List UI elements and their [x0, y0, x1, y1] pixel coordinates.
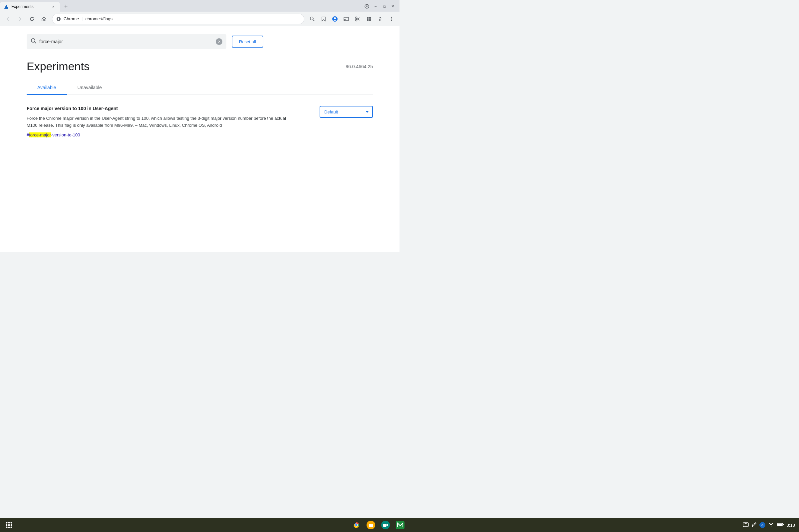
- flag-link-suffix: -version-to-100: [51, 132, 80, 137]
- reset-all-button[interactable]: Reset all: [232, 36, 263, 48]
- flag-dropdown[interactable]: Default Enabled Disabled: [320, 106, 373, 118]
- address-bar[interactable]: Chrome | chrome://flags: [52, 14, 304, 24]
- new-tab-button[interactable]: +: [61, 2, 71, 11]
- minimize-button[interactable]: −: [372, 2, 379, 10]
- search-toolbar-button[interactable]: [307, 14, 318, 24]
- tab-unavailable[interactable]: Unavailable: [67, 81, 113, 95]
- svg-rect-16: [369, 17, 371, 19]
- tab-close-button[interactable]: ×: [51, 4, 56, 9]
- flag-name: Force major version to 100 in User-Agent: [26, 106, 309, 111]
- toolbar-actions: [307, 14, 397, 24]
- forward-button[interactable]: [15, 14, 25, 24]
- tab-available[interactable]: Available: [26, 81, 67, 95]
- maximize-button[interactable]: ⧉: [380, 2, 388, 10]
- back-button[interactable]: [3, 14, 13, 24]
- svg-point-20: [391, 17, 392, 18]
- active-tab[interactable]: Experiments ×: [0, 2, 60, 12]
- svg-point-11: [356, 19, 357, 21]
- scissors-button[interactable]: [352, 14, 363, 24]
- ext2-button[interactable]: [375, 14, 386, 24]
- search-icon: [31, 38, 37, 45]
- account-button[interactable]: [330, 14, 340, 24]
- search-input[interactable]: [39, 39, 213, 44]
- tab-favicon: [4, 4, 9, 9]
- svg-point-21: [391, 18, 392, 19]
- search-bar-area: ✕ Reset all: [0, 26, 400, 49]
- svg-point-5: [58, 20, 59, 20]
- title-bar: Experiments × + − ⧉ ✕: [0, 0, 400, 12]
- svg-marker-3: [33, 17, 34, 18]
- address-scheme: Chrome: [63, 16, 79, 21]
- tab-title: Experiments: [11, 4, 48, 9]
- svg-point-22: [391, 20, 392, 21]
- search-container: ✕: [26, 34, 226, 49]
- flag-link[interactable]: #force-major-version-to-100: [26, 132, 309, 137]
- svg-line-24: [35, 42, 36, 43]
- download-button[interactable]: [363, 2, 371, 10]
- tab-strip: Experiments × +: [0, 0, 71, 12]
- refresh-button[interactable]: [26, 14, 37, 24]
- flag-item: Force major version to 100 in User-Agent…: [26, 106, 373, 146]
- main-content: ✕ Reset all Experiments 96.0.4664.25 Ava…: [0, 26, 400, 252]
- page-title: Experiments: [26, 60, 90, 73]
- flag-description: Force the Chrome major version in the Us…: [26, 115, 286, 129]
- svg-rect-15: [367, 17, 369, 19]
- flag-info: Force major version to 100 in User-Agent…: [26, 106, 309, 137]
- extensions-button[interactable]: [364, 14, 374, 24]
- svg-line-7: [313, 20, 314, 21]
- flag-link-highlight: force-major: [29, 132, 51, 137]
- flag-control: Default Enabled Disabled: [320, 106, 373, 118]
- bookmark-button[interactable]: [318, 14, 329, 24]
- address-url: chrome://flags: [85, 16, 113, 21]
- window-controls: − ⧉ ✕: [363, 2, 400, 12]
- security-icon: [56, 17, 61, 21]
- svg-rect-10: [344, 17, 349, 21]
- svg-rect-18: [369, 19, 371, 21]
- version-text: 96.0.4664.25: [346, 64, 373, 69]
- cast-button[interactable]: [341, 14, 352, 24]
- search-clear-button[interactable]: ✕: [216, 38, 222, 45]
- svg-point-9: [334, 17, 336, 19]
- browser-toolbar: Chrome | chrome://flags: [0, 12, 400, 26]
- close-button[interactable]: ✕: [389, 2, 397, 10]
- tabs-bar: Available Unavailable: [26, 81, 373, 95]
- page-heading: Experiments 96.0.4664.25: [0, 49, 400, 73]
- flags-list: Force major version to 100 in User-Agent…: [0, 95, 400, 156]
- address-divider: |: [81, 17, 82, 21]
- svg-marker-0: [4, 5, 8, 8]
- svg-rect-17: [367, 19, 369, 21]
- chrome-menu-button[interactable]: [386, 14, 397, 24]
- svg-point-12: [356, 17, 357, 18]
- svg-point-19: [379, 17, 381, 18]
- home-button[interactable]: [39, 14, 49, 24]
